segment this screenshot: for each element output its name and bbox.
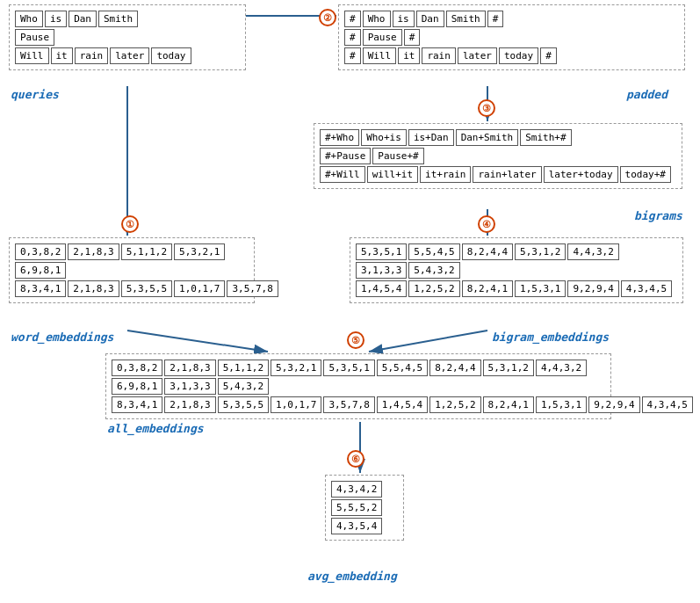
word-embeddings-label: word_embeddings [11, 331, 113, 344]
padded-row-3: # Will it rain later today # [344, 47, 679, 64]
token: 1,2,5,2 [408, 280, 459, 297]
token: Smith+# [520, 129, 571, 146]
bigram-emb-row-1: 5,3,5,1 5,5,4,5 8,2,4,4 5,3,1,2 4,4,3,2 [356, 243, 677, 260]
avg-emb-row-3: 4,3,5,4 [331, 518, 398, 534]
token: Will [363, 47, 397, 64]
all-emb-row-1: 0,3,8,2 2,1,8,3 5,1,1,2 5,3,2,1 5,3,5,1 … [112, 360, 605, 376]
token: is [393, 11, 415, 27]
token: 8,2,4,4 [429, 360, 480, 376]
token: 4,4,3,2 [536, 360, 587, 376]
svg-line-5 [127, 331, 268, 352]
word-emb-row-2: 6,9,8,1 [15, 262, 249, 279]
step-4: ④ [478, 215, 495, 233]
token: #+Will [320, 166, 365, 183]
word-emb-row-3: 8,3,4,1 2,1,8,3 5,3,5,5 1,0,1,7 3,5,7,8 [15, 280, 249, 297]
step-6: ⑥ [347, 450, 364, 468]
token: 4,3,4,2 [331, 481, 382, 498]
token: 1,0,1,7 [174, 280, 225, 297]
token: 1,4,5,4 [356, 280, 407, 297]
all-embeddings-box: 0,3,8,2 2,1,8,3 5,1,1,2 5,3,2,1 5,3,5,1 … [105, 353, 611, 419]
token: 5,3,5,5 [121, 280, 172, 297]
padded-row-1: # Who is Dan Smith # [344, 11, 679, 27]
avg-emb-row-2: 5,5,5,2 [331, 499, 398, 516]
bigram-embeddings-label: bigram_embeddings [492, 331, 609, 344]
token: # [344, 29, 361, 46]
token: today [151, 47, 191, 64]
word-embeddings-box: 0,3,8,2 2,1,8,3 5,1,1,2 5,3,2,1 6,9,8,1 … [9, 237, 255, 303]
padded-label: padded [626, 88, 668, 101]
token: Pause+# [372, 148, 423, 164]
bigram-emb-row-2: 3,1,3,3 5,4,3,2 [356, 262, 677, 279]
token: 2,1,8,3 [164, 360, 215, 376]
token: 5,5,4,5 [408, 243, 459, 260]
token: 0,3,8,2 [112, 360, 162, 376]
token: Who+is [361, 129, 407, 146]
token: it+rain [420, 166, 471, 183]
token: 1,0,1,7 [271, 396, 321, 413]
bigram-embeddings-box: 5,3,5,1 5,5,4,5 8,2,4,4 5,3,1,2 4,4,3,2 … [350, 237, 683, 303]
avg-embedding-label: avg_embedding [307, 570, 397, 583]
token: #+Pause [320, 148, 371, 164]
token: Pause [363, 29, 402, 46]
queries-label: queries [11, 88, 59, 101]
token: rain [75, 47, 109, 64]
token: will+it [367, 166, 418, 183]
svg-line-6 [369, 331, 487, 352]
queries-row-1: Who is Dan Smith [15, 11, 240, 27]
step-5: ⑤ [347, 331, 364, 349]
avg-emb-row-1: 4,3,4,2 [331, 481, 398, 498]
token: 3,1,3,3 [164, 378, 215, 395]
token: 5,4,3,2 [218, 378, 269, 395]
avg-embedding-box: 4,3,4,2 5,5,5,2 4,3,5,4 [325, 475, 404, 541]
token: 0,3,8,2 [15, 243, 66, 260]
token: later [458, 47, 497, 64]
token: Smith [446, 11, 486, 27]
token: 2,1,8,3 [68, 243, 119, 260]
token: Smith [98, 11, 138, 27]
all-emb-row-3: 8,3,4,1 2,1,8,3 5,3,5,5 1,0,1,7 3,5,7,8 … [112, 396, 605, 413]
token: 5,5,5,2 [331, 499, 382, 516]
token: # [404, 29, 421, 46]
all-embeddings-label: all_embeddings [107, 422, 204, 435]
bigrams-label: bigrams [634, 209, 682, 222]
token: 5,3,2,1 [174, 243, 225, 260]
token: Who [15, 11, 43, 27]
token: 4,4,3,2 [567, 243, 618, 260]
token: 5,1,1,2 [121, 243, 172, 260]
token: 6,9,8,1 [15, 262, 66, 279]
token: 5,3,1,2 [515, 243, 566, 260]
token: # [344, 47, 361, 64]
bigrams-row-3: #+Will will+it it+rain rain+later later+… [320, 166, 676, 183]
token: 2,1,8,3 [68, 280, 119, 297]
token: 5,3,1,2 [483, 360, 534, 376]
token: 6,9,8,1 [112, 378, 162, 395]
token: 9,2,9,4 [567, 280, 618, 297]
token: 3,1,3,3 [356, 262, 407, 279]
token: Dan [416, 11, 444, 27]
token: 1,5,3,1 [515, 280, 566, 297]
token: Will [15, 47, 49, 64]
token: Pause [15, 29, 54, 46]
token: 8,2,4,1 [462, 280, 513, 297]
token: 2,1,8,3 [164, 396, 215, 413]
token: rain+later [473, 166, 541, 183]
padded-box: # Who is Dan Smith # # Pause # # Will it… [338, 4, 685, 70]
token: later+today [544, 166, 618, 183]
token: 3,5,7,8 [323, 396, 374, 413]
queries-row-2: Pause [15, 29, 240, 46]
token: 8,2,4,4 [462, 243, 513, 260]
token: 8,3,4,1 [15, 280, 66, 297]
token: today+# [620, 166, 671, 183]
bigram-emb-row-3: 1,4,5,4 1,2,5,2 8,2,4,1 1,5,3,1 9,2,9,4 … [356, 280, 677, 297]
step-2: ② [319, 9, 336, 26]
token: 9,2,9,4 [588, 396, 639, 413]
token: 5,5,4,5 [377, 360, 428, 376]
token: 8,3,4,1 [112, 396, 162, 413]
token: # [487, 11, 504, 27]
token: is [45, 11, 67, 27]
token: rain [422, 47, 456, 64]
token: it [398, 47, 420, 64]
token: 1,4,5,4 [377, 396, 428, 413]
queries-row-3: Will it rain later today [15, 47, 240, 64]
queries-box: Who is Dan Smith Pause Will it rain late… [9, 4, 246, 70]
